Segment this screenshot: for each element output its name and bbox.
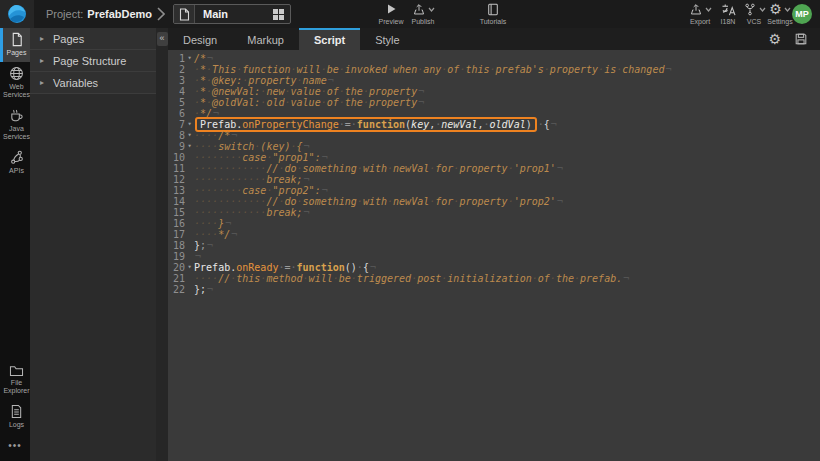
project-name: PrefabDemo [87, 8, 152, 20]
export-label: Export [690, 18, 710, 25]
fold-widget-icon[interactable]: ▾ [185, 53, 194, 64]
code-line[interactable]: 20▾Prefab.onReady·=·function()·{¬ [168, 262, 820, 273]
code-line[interactable]: 5·*·@oldVal:·old·value·of·the·property¬ [168, 97, 820, 108]
panel-section-variables[interactable]: ▸ Variables [30, 72, 156, 94]
fold-spacer [185, 163, 194, 174]
editor-tab-bar: Design Markup Script Style ⚙ [168, 28, 820, 50]
script-editor[interactable]: 1▾/*¬2·*·This·function·will·be·invoked·w… [168, 50, 820, 461]
rail-item-apis[interactable]: APIs [0, 146, 30, 180]
eol-mark: ¬ [231, 229, 237, 240]
line-number: 4 [168, 86, 185, 97]
code-line[interactable]: 3·*·@key:·property·name¬ [168, 75, 820, 86]
code-line[interactable]: 11············//·do·something·with·newVa… [168, 163, 820, 174]
code-text: ············break;¬ [194, 207, 820, 218]
tab-style[interactable]: Style [360, 28, 414, 50]
fold-spacer [185, 284, 194, 295]
rail-more-button[interactable]: ••• [0, 434, 30, 461]
code-text: ····/*¬ [194, 130, 820, 141]
app-logo[interactable] [0, 0, 34, 28]
code-line[interactable]: 9▾····switch·(key)·{¬ [168, 141, 820, 152]
fold-spacer [185, 218, 194, 229]
rail-item-logs[interactable]: Logs [0, 400, 30, 434]
line-number: 17 [168, 229, 185, 240]
line-number: 15 [168, 207, 185, 218]
fold-spacer [185, 108, 194, 119]
line-number: 12 [168, 174, 185, 185]
code-text: ·*·@oldVal:·old·value·of·the·property¬ [194, 97, 820, 108]
code-line[interactable]: 1▾/*¬ [168, 53, 820, 64]
translate-icon [721, 2, 736, 16]
fold-widget-icon[interactable]: ▾ [185, 141, 194, 152]
book-icon [487, 2, 499, 16]
rail-spacer [0, 180, 30, 360]
rail-label: Pages [7, 49, 27, 57]
fold-spacer [185, 75, 194, 86]
rail-label: Logs [9, 421, 24, 429]
editor-settings-button[interactable]: ⚙ [768, 32, 781, 46]
line-number: 20 [168, 262, 185, 273]
wavemaker-logo-icon [7, 4, 27, 24]
code-text: ············break;¬ [194, 174, 820, 185]
code-line[interactable]: 2·*·This·function·will·be·invoked·when·a… [168, 64, 820, 75]
rail-item-java-services[interactable]: Java Services [0, 104, 30, 146]
page-selector-value: Main [203, 8, 228, 20]
fold-widget-icon[interactable]: ▾ [185, 119, 194, 130]
line-number: 11 [168, 163, 185, 174]
fold-widget-icon[interactable]: ▾ [185, 130, 194, 141]
code-line[interactable]: 12············break;¬ [168, 174, 820, 185]
line-number: 3 [168, 75, 185, 86]
folder-icon [9, 364, 24, 377]
code-line[interactable]: 17····*/¬ [168, 229, 820, 240]
eol-mark: ¬ [418, 86, 424, 97]
panel-section-page-structure[interactable]: ▸ Page Structure [30, 50, 156, 72]
publish-button[interactable]: Publish [404, 2, 442, 27]
save-button[interactable] [794, 32, 808, 46]
fold-widget-icon[interactable]: ▾ [185, 262, 194, 273]
rail-item-pages[interactable]: Pages [0, 28, 30, 62]
code-line[interactable]: 18};¬ [168, 240, 820, 251]
fold-spacer [185, 207, 194, 218]
code-text: };¬ [194, 284, 820, 295]
code-line[interactable]: 15············break;¬ [168, 207, 820, 218]
eol-mark: ¬ [207, 284, 213, 295]
tab-script[interactable]: Script [299, 28, 360, 50]
eol-mark: ¬ [225, 218, 231, 229]
code-line[interactable]: 8▾····/*¬ [168, 130, 820, 141]
eol-mark: ¬ [213, 108, 219, 119]
code-line[interactable]: 21····//·this·method·will·be·triggered·p… [168, 273, 820, 284]
expand-triangle-icon: ▸ [40, 78, 44, 87]
wavemaker-studio: Project: PrefabDemo Main Preview [0, 0, 820, 461]
rail-item-file-explorer[interactable]: File Explorer [0, 360, 30, 400]
gear-icon: ⚙ [768, 32, 781, 46]
page-grid-icon[interactable] [272, 8, 285, 21]
eol-mark: ¬ [322, 152, 328, 163]
panel-sections: ▸ Pages ▸ Page Structure ▸ Variables [30, 28, 156, 461]
panel-collapse-button[interactable]: « [157, 32, 168, 46]
panel-section-pages[interactable]: ▸ Pages [30, 28, 156, 50]
code-line[interactable]: 13········case·"prop2":¬ [168, 185, 820, 196]
eol-mark: ¬ [623, 273, 629, 284]
tab-markup[interactable]: Markup [232, 28, 299, 50]
code-line[interactable]: 7▾Prefab.onPropertyChange·=·function(key… [168, 119, 820, 130]
eol-mark: ¬ [418, 97, 424, 108]
tutorials-button[interactable]: Tutorials [474, 2, 512, 27]
panel-section-label: Variables [53, 77, 98, 89]
code-line[interactable]: 10········case·"prop1":¬ [168, 152, 820, 163]
breadcrumb-chevron-icon [157, 7, 165, 21]
tab-design[interactable]: Design [168, 28, 232, 50]
eol-mark: ¬ [304, 141, 310, 152]
fold-spacer [185, 64, 194, 75]
line-number: 21 [168, 273, 185, 284]
code-line[interactable]: 19¬ [168, 251, 820, 262]
rail-item-web-services[interactable]: Web Services [0, 62, 30, 104]
code-line[interactable]: 14············//·do·something·with·newVa… [168, 196, 820, 207]
code-line[interactable]: 22};¬ [168, 284, 820, 295]
user-avatar[interactable]: MP [792, 4, 812, 24]
code-line[interactable]: 16····}¬ [168, 218, 820, 229]
eol-mark: ¬ [207, 53, 213, 64]
line-number: 1 [168, 53, 185, 64]
i18n-label: I18N [721, 18, 736, 25]
pages-panel: ▸ Pages ▸ Page Structure ▸ Variables « [30, 28, 168, 461]
page-selector[interactable]: Main [173, 4, 291, 24]
code-line[interactable]: 4·*·@newVal:·new·value·of·the·property¬ [168, 86, 820, 97]
